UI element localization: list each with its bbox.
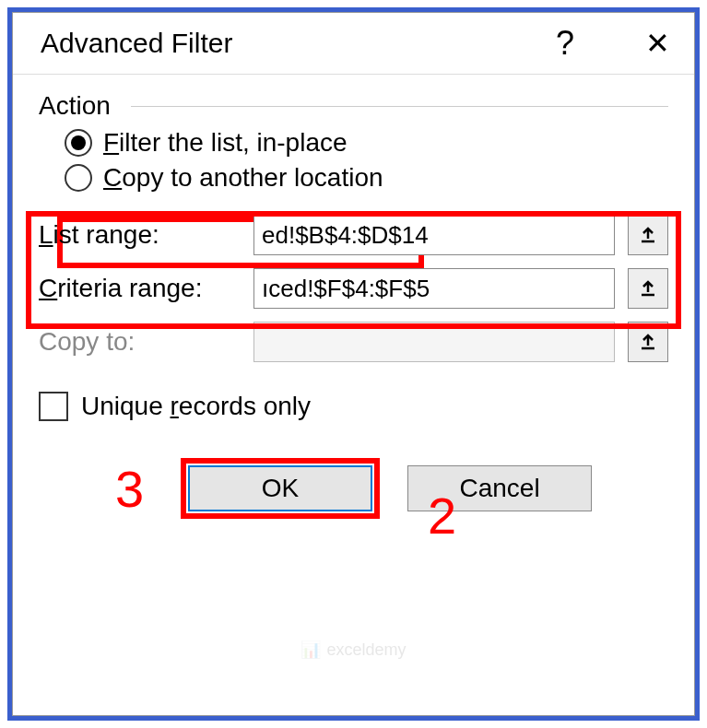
action-group-label: Action [39,91,668,121]
unique-records-checkbox-row[interactable]: Unique records only [39,392,668,421]
dialog-title: Advanced Filter [41,28,547,59]
radio-filter-in-place-control[interactable] [65,129,92,157]
titlebar: Advanced Filter ? ✕ [13,13,694,75]
radio-copy-to-location[interactable]: Copy to another location [65,163,668,193]
radio-filter-in-place-label: Filter the list, in-place [103,128,348,158]
list-range-input[interactable] [253,215,615,255]
criteria-range-label: Criteria range: [39,274,246,303]
copy-to-collapse-button[interactable] [628,322,668,362]
criteria-range-collapse-button[interactable] [628,268,668,309]
radio-filter-in-place[interactable]: Filter the list, in-place [65,128,668,158]
copy-to-label: Copy to: [39,327,246,357]
ok-button[interactable]: OK [188,465,372,511]
advanced-filter-dialog: Advanced Filter ? ✕ Action 1 Filter the … [12,12,695,716]
criteria-range-input[interactable] [253,268,615,309]
annotation-number-3: 3 [115,459,144,519]
close-button[interactable]: ✕ [639,26,676,61]
annotation-number-2: 2 [428,486,456,546]
radio-copy-to-location-label: Copy to another location [103,163,383,193]
list-range-label: List range: [39,220,246,250]
collapse-icon [639,226,657,244]
watermark: 📊 exceldemy [300,640,406,660]
list-range-collapse-button[interactable] [628,215,668,255]
unique-records-checkbox[interactable] [39,392,68,421]
radio-copy-to-location-control[interactable] [65,164,92,192]
chart-icon: 📊 [300,640,321,660]
copy-to-input [253,322,615,362]
collapse-icon [639,279,657,298]
collapse-icon [639,333,657,351]
help-button[interactable]: ? [547,24,583,63]
unique-records-label: Unique records only [81,392,311,421]
annotation-highlight-3: OK [181,458,380,519]
